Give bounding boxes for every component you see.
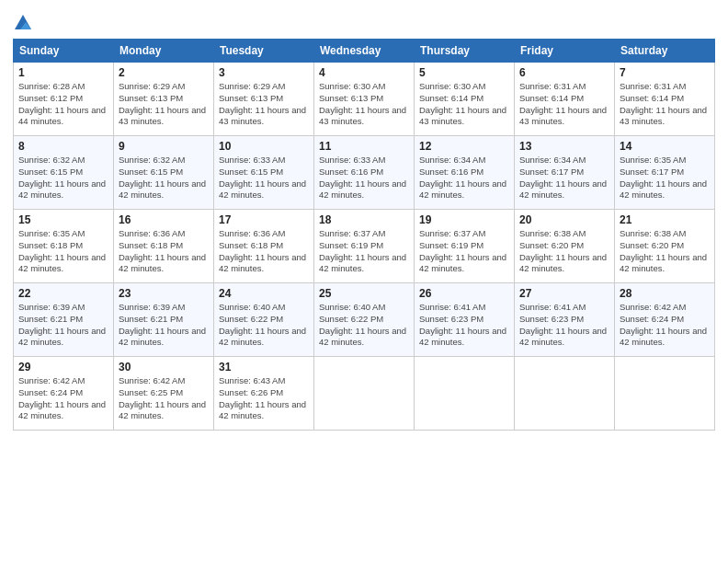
calendar-cell: 19Sunrise: 6:37 AMSunset: 6:19 PMDayligh…	[415, 210, 515, 283]
day-info: Sunrise: 6:43 AMSunset: 6:26 PMDaylight:…	[219, 375, 309, 422]
day-info: Sunrise: 6:32 AMSunset: 6:15 PMDaylight:…	[119, 155, 209, 201]
calendar-cell: 30Sunrise: 6:42 AMSunset: 6:25 PMDayligh…	[114, 357, 214, 431]
day-number: 22	[18, 287, 108, 300]
day-number: 1	[18, 66, 108, 79]
calendar-cell: 26Sunrise: 6:41 AMSunset: 6:23 PMDayligh…	[415, 283, 515, 357]
day-info: Sunrise: 6:34 AMSunset: 6:16 PMDaylight:…	[419, 155, 509, 201]
day-info: Sunrise: 6:36 AMSunset: 6:18 PMDaylight:…	[119, 228, 209, 275]
calendar-cell: 10Sunrise: 6:33 AMSunset: 6:15 PMDayligh…	[214, 136, 314, 210]
calendar-cell: 15Sunrise: 6:35 AMSunset: 6:18 PMDayligh…	[14, 210, 114, 283]
day-number: 19	[419, 213, 509, 226]
day-number: 16	[119, 213, 209, 226]
weekday-header-friday: Friday	[515, 40, 615, 63]
day-number: 20	[519, 213, 609, 226]
day-info: Sunrise: 6:37 AMSunset: 6:19 PMDaylight:…	[419, 228, 509, 275]
day-info: Sunrise: 6:32 AMSunset: 6:15 PMDaylight:…	[18, 155, 108, 201]
day-number: 2	[119, 66, 209, 79]
day-info: Sunrise: 6:39 AMSunset: 6:21 PMDaylight:…	[18, 302, 108, 349]
day-number: 29	[18, 361, 108, 373]
calendar-cell: 1Sunrise: 6:28 AMSunset: 6:12 PMDaylight…	[14, 63, 114, 136]
day-number: 27	[519, 287, 609, 300]
day-info: Sunrise: 6:33 AMSunset: 6:15 PMDaylight:…	[219, 155, 309, 201]
calendar-cell: 23Sunrise: 6:39 AMSunset: 6:21 PMDayligh…	[114, 283, 214, 357]
calendar-cell: 2Sunrise: 6:29 AMSunset: 6:13 PMDaylight…	[114, 63, 214, 136]
calendar-cell: 24Sunrise: 6:40 AMSunset: 6:22 PMDayligh…	[214, 283, 314, 357]
day-number: 21	[620, 213, 710, 226]
week-row-2: 8Sunrise: 6:32 AMSunset: 6:15 PMDaylight…	[14, 136, 715, 210]
day-number: 17	[219, 213, 309, 226]
day-number: 31	[219, 361, 309, 373]
day-number: 13	[519, 140, 609, 153]
day-info: Sunrise: 6:29 AMSunset: 6:13 PMDaylight:…	[219, 81, 309, 128]
calendar-cell: 5Sunrise: 6:30 AMSunset: 6:14 PMDaylight…	[415, 63, 515, 136]
weekday-header-row: SundayMondayTuesdayWednesdayThursdayFrid…	[14, 40, 715, 63]
day-info: Sunrise: 6:36 AMSunset: 6:18 PMDaylight:…	[219, 228, 309, 275]
day-number: 30	[119, 361, 209, 373]
calendar-cell	[615, 357, 715, 431]
day-number: 7	[620, 66, 710, 79]
day-number: 3	[219, 66, 309, 79]
day-info: Sunrise: 6:40 AMSunset: 6:22 PMDaylight:…	[319, 302, 409, 349]
day-info: Sunrise: 6:38 AMSunset: 6:20 PMDaylight:…	[620, 228, 710, 275]
day-info: Sunrise: 6:41 AMSunset: 6:23 PMDaylight:…	[419, 302, 509, 349]
weekday-header-saturday: Saturday	[615, 40, 715, 63]
day-info: Sunrise: 6:28 AMSunset: 6:12 PMDaylight:…	[18, 81, 108, 128]
day-info: Sunrise: 6:42 AMSunset: 6:24 PMDaylight:…	[18, 375, 108, 422]
weekday-header-wednesday: Wednesday	[314, 40, 415, 63]
day-number: 14	[620, 140, 710, 153]
day-number: 24	[219, 287, 309, 300]
calendar-cell	[515, 357, 615, 431]
calendar-cell: 16Sunrise: 6:36 AMSunset: 6:18 PMDayligh…	[114, 210, 214, 283]
weekday-header-monday: Monday	[114, 40, 214, 63]
day-number: 11	[319, 140, 409, 153]
calendar-cell: 6Sunrise: 6:31 AMSunset: 6:14 PMDaylight…	[515, 63, 615, 136]
day-info: Sunrise: 6:33 AMSunset: 6:16 PMDaylight:…	[319, 155, 409, 201]
day-number: 15	[18, 213, 108, 226]
day-info: Sunrise: 6:30 AMSunset: 6:14 PMDaylight:…	[419, 81, 509, 128]
calendar-cell: 25Sunrise: 6:40 AMSunset: 6:22 PMDayligh…	[314, 283, 415, 357]
day-info: Sunrise: 6:38 AMSunset: 6:20 PMDaylight:…	[519, 228, 609, 275]
logo	[13, 13, 37, 33]
calendar-cell: 21Sunrise: 6:38 AMSunset: 6:20 PMDayligh…	[615, 210, 715, 283]
calendar-cell: 4Sunrise: 6:30 AMSunset: 6:13 PMDaylight…	[314, 63, 415, 136]
weekday-header-tuesday: Tuesday	[214, 40, 314, 63]
calendar-cell: 13Sunrise: 6:34 AMSunset: 6:17 PMDayligh…	[515, 136, 615, 210]
calendar-cell: 8Sunrise: 6:32 AMSunset: 6:15 PMDaylight…	[14, 136, 114, 210]
calendar-cell: 31Sunrise: 6:43 AMSunset: 6:26 PMDayligh…	[214, 357, 314, 431]
day-info: Sunrise: 6:39 AMSunset: 6:21 PMDaylight:…	[119, 302, 209, 349]
calendar-cell: 17Sunrise: 6:36 AMSunset: 6:18 PMDayligh…	[214, 210, 314, 283]
calendar-cell: 28Sunrise: 6:42 AMSunset: 6:24 PMDayligh…	[615, 283, 715, 357]
calendar-cell: 7Sunrise: 6:31 AMSunset: 6:14 PMDaylight…	[615, 63, 715, 136]
calendar-table: SundayMondayTuesdayWednesdayThursdayFrid…	[13, 39, 715, 431]
week-row-3: 15Sunrise: 6:35 AMSunset: 6:18 PMDayligh…	[14, 210, 715, 283]
day-info: Sunrise: 6:35 AMSunset: 6:18 PMDaylight:…	[18, 228, 108, 275]
day-info: Sunrise: 6:34 AMSunset: 6:17 PMDaylight:…	[519, 155, 609, 201]
day-number: 6	[519, 66, 609, 79]
day-info: Sunrise: 6:31 AMSunset: 6:14 PMDaylight:…	[620, 81, 710, 128]
day-number: 18	[319, 213, 409, 226]
calendar-cell: 11Sunrise: 6:33 AMSunset: 6:16 PMDayligh…	[314, 136, 415, 210]
week-row-5: 29Sunrise: 6:42 AMSunset: 6:24 PMDayligh…	[14, 357, 715, 431]
day-number: 28	[620, 287, 710, 300]
day-info: Sunrise: 6:42 AMSunset: 6:24 PMDaylight:…	[620, 302, 710, 349]
day-info: Sunrise: 6:30 AMSunset: 6:13 PMDaylight:…	[319, 81, 409, 128]
day-info: Sunrise: 6:31 AMSunset: 6:14 PMDaylight:…	[519, 81, 609, 128]
day-number: 4	[319, 66, 409, 79]
logo-icon	[13, 13, 33, 33]
header	[13, 13, 715, 33]
calendar-cell: 27Sunrise: 6:41 AMSunset: 6:23 PMDayligh…	[515, 283, 615, 357]
day-info: Sunrise: 6:35 AMSunset: 6:17 PMDaylight:…	[620, 155, 710, 201]
day-number: 9	[119, 140, 209, 153]
day-number: 5	[419, 66, 509, 79]
week-row-1: 1Sunrise: 6:28 AMSunset: 6:12 PMDaylight…	[14, 63, 715, 136]
calendar-cell: 14Sunrise: 6:35 AMSunset: 6:17 PMDayligh…	[615, 136, 715, 210]
day-info: Sunrise: 6:29 AMSunset: 6:13 PMDaylight:…	[119, 81, 209, 128]
day-number: 23	[119, 287, 209, 300]
calendar-cell: 12Sunrise: 6:34 AMSunset: 6:16 PMDayligh…	[415, 136, 515, 210]
day-info: Sunrise: 6:40 AMSunset: 6:22 PMDaylight:…	[219, 302, 309, 349]
page-container: SundayMondayTuesdayWednesdayThursdayFrid…	[0, 0, 728, 563]
calendar-cell: 3Sunrise: 6:29 AMSunset: 6:13 PMDaylight…	[214, 63, 314, 136]
day-number: 12	[419, 140, 509, 153]
calendar-cell: 18Sunrise: 6:37 AMSunset: 6:19 PMDayligh…	[314, 210, 415, 283]
calendar-cell	[415, 357, 515, 431]
